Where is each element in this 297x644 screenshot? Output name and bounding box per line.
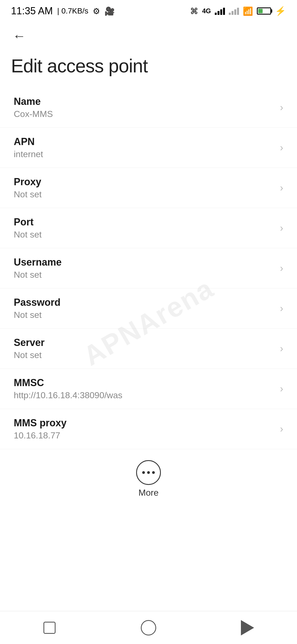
status-right: ⌘ 4G 📶 ⚡ bbox=[190, 6, 286, 16]
settings-item-port[interactable]: Port Not set › bbox=[0, 208, 297, 248]
square-icon bbox=[43, 622, 56, 634]
settings-item-label: Proxy bbox=[14, 176, 274, 188]
settings-item-label: Server bbox=[14, 337, 274, 348]
chevron-right-icon: › bbox=[280, 182, 283, 194]
settings-item-content: Port Not set bbox=[14, 216, 274, 240]
settings-item-content: Proxy Not set bbox=[14, 176, 274, 200]
bar4 bbox=[237, 8, 239, 15]
settings-item-label: Username bbox=[14, 256, 274, 268]
settings-list: Name Cox-MMS › APN internet › Proxy Not … bbox=[0, 88, 297, 449]
home-button[interactable] bbox=[38, 617, 61, 639]
settings-item-label: Name bbox=[14, 96, 274, 107]
camera-icon: 🎥 bbox=[105, 6, 115, 16]
chevron-right-icon: › bbox=[280, 222, 283, 234]
bar1 bbox=[229, 13, 231, 15]
settings-item-username[interactable]: Username Not set › bbox=[0, 248, 297, 288]
dot1 bbox=[142, 471, 145, 474]
settings-item-content: Username Not set bbox=[14, 256, 274, 280]
bar1 bbox=[215, 13, 217, 15]
settings-item-label: APN bbox=[14, 136, 274, 148]
wifi-icon: 📶 bbox=[243, 6, 253, 16]
settings-item-content: APN internet bbox=[14, 136, 274, 159]
chevron-right-icon: › bbox=[280, 343, 283, 354]
settings-item-content: MMS proxy 10.16.18.77 bbox=[14, 417, 274, 441]
top-nav: ← bbox=[0, 22, 297, 50]
settings-item-apn[interactable]: APN internet › bbox=[0, 128, 297, 168]
more-section: More bbox=[0, 449, 297, 506]
status-speed: | 0.7KB/s bbox=[57, 7, 88, 15]
bar4 bbox=[223, 8, 225, 15]
battery-indicator bbox=[257, 7, 271, 15]
settings-item-value: Not set bbox=[14, 270, 274, 280]
settings-item-name[interactable]: Name Cox-MMS › bbox=[0, 88, 297, 128]
back-nav-button[interactable] bbox=[138, 617, 160, 639]
page-title: Edit access point bbox=[11, 55, 148, 76]
status-time: 11:35 AM bbox=[11, 5, 53, 17]
settings-item-mms-proxy[interactable]: MMS proxy 10.16.18.77 › bbox=[0, 409, 297, 449]
navigation-bar bbox=[0, 611, 297, 644]
bluetooth-icon: ⌘ bbox=[190, 6, 198, 16]
chevron-right-icon: › bbox=[280, 263, 283, 274]
settings-item-content: Name Cox-MMS bbox=[14, 96, 274, 119]
dot2 bbox=[147, 471, 150, 474]
battery-box bbox=[257, 7, 271, 15]
settings-item-value: Not set bbox=[14, 350, 274, 360]
status-bar: 11:35 AM | 0.7KB/s ⚙ 🎥 ⌘ 4G 📶 ⚡ bbox=[0, 0, 297, 22]
settings-icon: ⚙ bbox=[93, 6, 100, 16]
settings-item-server[interactable]: Server Not set › bbox=[0, 329, 297, 369]
settings-item-label: Password bbox=[14, 297, 274, 308]
settings-item-proxy[interactable]: Proxy Not set › bbox=[0, 168, 297, 208]
page-title-section: Edit access point bbox=[0, 50, 297, 88]
recents-button[interactable] bbox=[237, 617, 258, 639]
chevron-right-icon: › bbox=[280, 383, 283, 395]
bar2 bbox=[218, 11, 219, 15]
dot3 bbox=[152, 471, 155, 474]
settings-item-password[interactable]: Password Not set › bbox=[0, 288, 297, 329]
bar3 bbox=[220, 9, 222, 15]
chevron-right-icon: › bbox=[280, 423, 283, 435]
settings-item-value: Not set bbox=[14, 230, 274, 240]
lightning-icon: ⚡ bbox=[275, 6, 286, 16]
circle-icon bbox=[141, 620, 156, 635]
settings-item-value: Not set bbox=[14, 310, 274, 320]
more-button[interactable] bbox=[136, 460, 161, 485]
triangle-icon bbox=[241, 620, 254, 635]
network-4g-label: 4G bbox=[202, 7, 211, 15]
status-left: 11:35 AM | 0.7KB/s ⚙ 🎥 bbox=[11, 5, 115, 17]
signal-bars-1 bbox=[215, 7, 225, 15]
settings-item-label: MMSC bbox=[14, 377, 274, 389]
bar2 bbox=[232, 11, 233, 15]
settings-item-value: http://10.16.18.4:38090/was bbox=[14, 390, 274, 400]
settings-item-label: MMS proxy bbox=[14, 417, 274, 429]
bar3 bbox=[234, 9, 236, 15]
settings-item-value: 10.16.18.77 bbox=[14, 430, 274, 441]
back-button[interactable]: ← bbox=[11, 28, 28, 44]
settings-item-value: Not set bbox=[14, 189, 274, 200]
settings-item-value: internet bbox=[14, 149, 274, 159]
settings-item-label: Port bbox=[14, 216, 274, 228]
chevron-right-icon: › bbox=[280, 142, 283, 154]
chevron-right-icon: › bbox=[280, 303, 283, 314]
settings-item-content: MMSC http://10.16.18.4:38090/was bbox=[14, 377, 274, 400]
more-label: More bbox=[139, 488, 159, 498]
settings-item-content: Server Not set bbox=[14, 337, 274, 360]
more-dots-icon bbox=[142, 471, 155, 474]
signal-bars-2 bbox=[229, 7, 239, 15]
settings-item-content: Password Not set bbox=[14, 297, 274, 320]
settings-item-value: Cox-MMS bbox=[14, 109, 274, 119]
chevron-right-icon: › bbox=[280, 102, 283, 113]
battery-fill bbox=[258, 9, 263, 13]
settings-item-mmsc[interactable]: MMSC http://10.16.18.4:38090/was › bbox=[0, 369, 297, 409]
back-arrow-icon: ← bbox=[13, 28, 26, 43]
